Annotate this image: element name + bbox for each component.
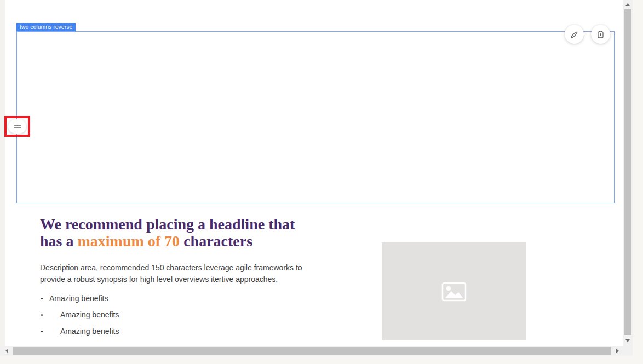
bullet-dot — [41, 314, 43, 316]
headline-highlight: maximum of 70 — [77, 233, 180, 250]
selected-block-two-columns-reverse[interactable] — [16, 31, 615, 203]
scroll-left-button[interactable] — [2, 347, 11, 355]
scroll-up-button[interactable] — [623, 0, 633, 9]
list-item: Amazing benefits — [40, 327, 204, 336]
list-item-label: Amazing benefits — [49, 294, 108, 303]
headline: We recommend placing a headline that has… — [40, 216, 295, 250]
headline-line2-post: characters — [180, 233, 252, 250]
image-placeholder[interactable] — [382, 242, 526, 340]
headline-line1: We recommend placing a headline that — [40, 216, 295, 233]
scroll-right-button[interactable] — [613, 347, 622, 355]
list-item-label: Amazing benefits — [60, 310, 119, 319]
equals-lines-icon — [14, 125, 21, 126]
vertical-scrollbar-thumb[interactable] — [624, 9, 631, 335]
list-item: Amazing benefits — [40, 294, 204, 303]
bullet-dot — [41, 331, 43, 332]
headline-line2-pre: has a — [40, 233, 77, 250]
edit-block-button[interactable] — [565, 25, 584, 44]
arrow-down-icon — [625, 339, 630, 342]
list-item-label: Amazing benefits — [60, 327, 119, 336]
scroll-down-button[interactable] — [623, 336, 633, 345]
equals-lines-icon — [14, 127, 21, 128]
trash-icon — [596, 30, 605, 39]
editor-canvas: two columns reverse We recommend placing… — [0, 0, 623, 346]
arrow-right-icon — [616, 349, 619, 353]
scrollbar-corner — [623, 346, 633, 356]
image-placeholder-icon — [441, 281, 467, 302]
horizontal-scrollbar-thumb[interactable] — [13, 347, 611, 355]
arrow-up-icon — [625, 3, 630, 6]
pencil-icon — [570, 30, 579, 39]
list-item: Amazing benefits — [40, 310, 204, 319]
block-type-tag: two columns reverse — [16, 23, 76, 31]
bullet-dot — [41, 298, 43, 299]
canvas-left-gutter — [0, 0, 5, 346]
arrow-left-icon — [5, 349, 8, 353]
description-text: Description area, recommended 150 charac… — [40, 262, 320, 285]
drag-handle[interactable] — [8, 119, 26, 134]
benefits-list: Amazing benefits Amazing benefits Amazin… — [40, 294, 204, 343]
delete-block-button[interactable] — [591, 25, 610, 44]
